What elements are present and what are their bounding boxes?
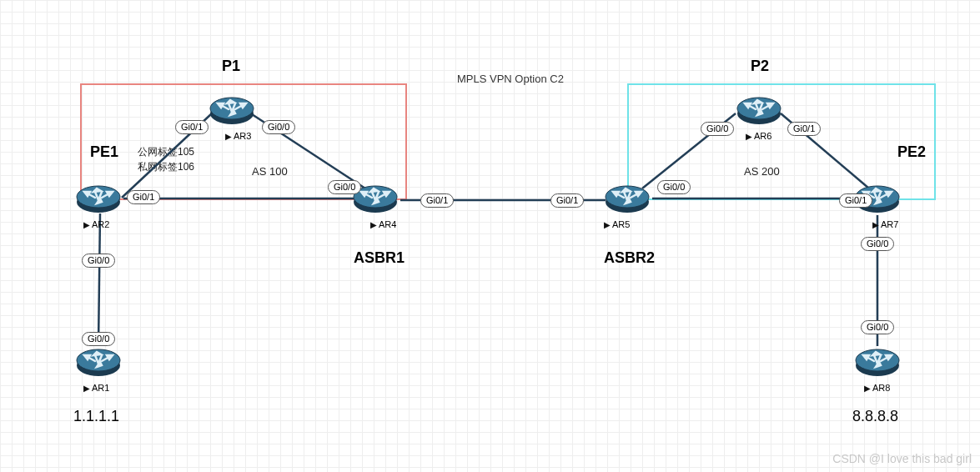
ar1-addr: 1.1.1.1	[73, 409, 119, 424]
iface-ar8-up: Gi0/0	[861, 320, 894, 334]
asbr2-role: ASBR2	[604, 250, 655, 265]
router-ar2[interactable]	[75, 182, 122, 215]
p1-role: P1	[222, 58, 240, 73]
ar8-name: AR8	[864, 384, 890, 393]
router-ar5[interactable]	[604, 182, 651, 215]
ar8-addr: 8.8.8.8	[852, 409, 898, 424]
iface-ar4-right: Gi0/1	[420, 193, 454, 208]
iface-ar3-left: Gi0/1	[175, 120, 209, 134]
router-ar3[interactable]	[209, 93, 255, 127]
router-ar8[interactable]	[854, 345, 901, 379]
ar4-name: AR4	[370, 220, 396, 229]
asbr1-role: ASBR1	[354, 250, 405, 265]
as-right-label: AS 200	[744, 165, 780, 179]
iface-ar3-right: Gi0/0	[262, 120, 295, 134]
iface-ar5-left: Gi0/1	[550, 193, 584, 208]
links-layer	[0, 0, 980, 472]
note-private-label: 私网标签106	[138, 161, 194, 174]
iface-ar2-right: Gi0/1	[127, 190, 160, 204]
router-ar1[interactable]	[75, 345, 122, 379]
pe2-role: PE2	[897, 144, 926, 159]
diagram-title: MPLS VPN Option C2	[457, 73, 564, 84]
ar1-name: AR1	[83, 384, 109, 393]
ar2-name: AR2	[83, 220, 109, 229]
ar6-name: AR6	[746, 132, 771, 141]
svg-line-0	[98, 213, 100, 346]
iface-ar6-right: Gi0/1	[787, 122, 821, 136]
topology-canvas: AS 100 AS 200 MPLS VPN Option C2 公网标签105…	[0, 0, 980, 472]
ar7-name: AR7	[872, 220, 898, 229]
iface-ar4-left: Gi0/0	[328, 180, 361, 194]
iface-ar6-left: Gi0/0	[701, 122, 734, 136]
ar3-name: AR3	[225, 132, 251, 141]
note-public-label: 公网标签105	[138, 146, 194, 159]
iface-ar1-up: Gi0/0	[82, 332, 115, 346]
ar5-name: AR5	[604, 220, 630, 229]
as-left-label: AS 100	[252, 165, 288, 179]
iface-ar7-left: Gi0/1	[839, 193, 872, 208]
iface-ar7-down: Gi0/0	[861, 237, 894, 251]
p2-role: P2	[751, 58, 769, 73]
iface-ar5-right: Gi0/0	[657, 180, 691, 194]
watermark: CSDN @I love this bad girl	[832, 452, 972, 465]
router-ar6[interactable]	[736, 93, 782, 127]
iface-ar2-down: Gi0/0	[82, 254, 115, 268]
pe1-role: PE1	[90, 144, 118, 159]
